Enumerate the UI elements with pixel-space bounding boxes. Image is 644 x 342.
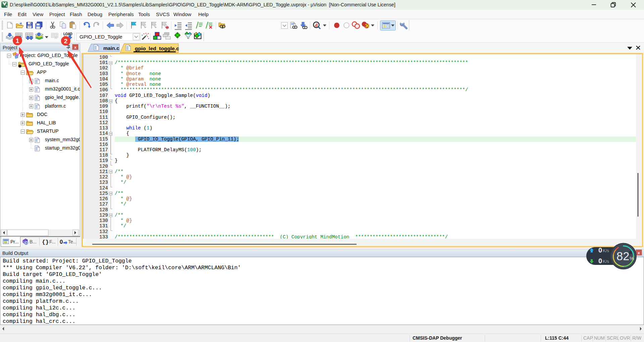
svg-text:K/s: K/s bbox=[603, 259, 609, 264]
svg-text:%: % bbox=[630, 255, 634, 261]
svg-text:F...: F... bbox=[49, 239, 56, 244]
svg-text:2: 2 bbox=[64, 38, 68, 45]
svg-text:B...: B... bbox=[30, 239, 37, 244]
svg-text:Pr...: Pr... bbox=[10, 239, 19, 244]
svg-text:0: 0 bbox=[598, 257, 602, 265]
svg-text:82: 82 bbox=[616, 250, 629, 263]
svg-text:K/s: K/s bbox=[603, 248, 609, 253]
svg-text:0: 0 bbox=[60, 239, 63, 245]
svg-text:?: ? bbox=[25, 241, 27, 245]
svg-text:{}: {} bbox=[42, 239, 49, 245]
svg-text:1: 1 bbox=[16, 37, 19, 44]
svg-text:0: 0 bbox=[598, 246, 602, 254]
svg-text:d: d bbox=[315, 22, 318, 28]
svg-text:s: s bbox=[6, 4, 8, 8]
svg-text:gpio_led_toggle.c: gpio_led_toggle.c bbox=[135, 46, 179, 51]
svg-text:Te...: Te... bbox=[68, 239, 77, 244]
